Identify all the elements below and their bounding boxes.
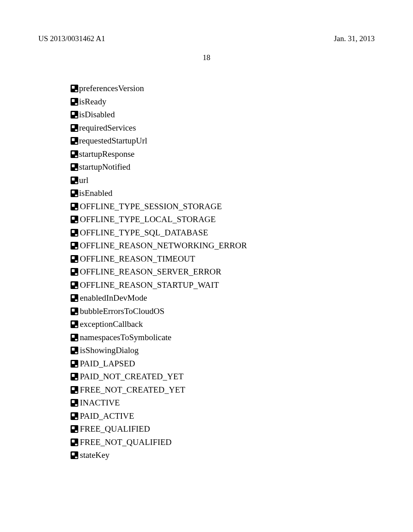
property-marker-icon [71,85,78,92]
list-item: OFFLINE_TYPE_SQL_DATABASE [71,227,375,239]
list-item: INACTIVE [71,397,375,409]
property-marker-icon [71,255,78,263]
list-item: isDisabled [71,108,375,121]
property-label: stateKey [80,449,109,462]
property-label: PAID_ACTIVE [80,410,134,423]
property-label: FREE_NOT_QUALIFIED [80,436,171,449]
list-item: stateKey [71,449,375,462]
property-marker-icon [71,242,78,249]
property-label: startupNotified [79,161,130,174]
list-item: FREE_NOT_CREATED_YET [71,384,375,397]
list-item: startupNotified [71,161,375,174]
property-label: isEnabled [79,187,113,200]
page-header: US 2013/0031462 A1 Jan. 31, 2013 [38,34,375,43]
document-date: Jan. 31, 2013 [334,34,375,43]
property-marker-icon [71,451,78,459]
property-marker-icon [71,373,78,380]
property-marker-icon [71,438,78,446]
property-label: startupResponse [79,148,135,161]
list-item: bubbleErrorsToCloudOS [71,305,375,318]
property-label: OFFLINE_REASON_NETWORKING_ERROR [80,239,247,252]
property-label: PAID_NOT_CREATED_YET [80,370,184,383]
property-label: isShowingDialog [80,344,139,357]
property-label: exceptionCallback [80,318,143,331]
property-marker-icon [71,177,78,184]
property-marker-icon [71,203,78,210]
property-label: preferencesVersion [79,82,144,95]
property-marker-icon [71,294,78,302]
property-marker-icon [71,334,78,341]
property-label: requiredServices [79,122,136,135]
property-label: FREE_NOT_CREATED_YET [80,384,185,397]
property-marker-icon [71,216,78,223]
property-marker-icon [71,412,78,420]
list-item: exceptionCallback [71,318,375,331]
property-marker-icon [71,124,78,132]
list-item: requestedStartupUrl [71,135,375,148]
list-item: OFFLINE_TYPE_LOCAL_STORAGE [71,213,375,226]
property-marker-icon [71,189,78,197]
property-marker-icon [71,137,78,145]
list-item: enabledInDevMode [71,292,375,305]
property-label: OFFLINE_REASON_SERVER_ERROR [80,266,221,278]
property-label: OFFLINE_REASON_STARTUP_WAIT [80,279,219,292]
property-marker-icon [71,399,78,407]
list-item: preferencesVersion [71,82,375,95]
property-label: isReady [79,96,106,108]
list-item: isShowingDialog [71,344,375,357]
property-marker-icon [71,111,78,118]
document-number: US 2013/0031462 A1 [38,34,105,43]
property-label: PAID_LAPSED [80,357,135,370]
property-label: FREE_QUALIFIED [80,423,150,436]
document-page: US 2013/0031462 A1 Jan. 31, 2013 18 pref… [0,0,413,462]
property-list: preferencesVersionisReadyisDisabledrequi… [71,82,375,462]
property-label: OFFLINE_TYPE_LOCAL_STORAGE [80,213,216,226]
list-item: isEnabled [71,187,375,200]
list-item: OFFLINE_REASON_TIMEOUT [71,253,375,266]
property-label: OFFLINE_TYPE_SQL_DATABASE [80,227,208,239]
property-label: INACTIVE [80,397,120,409]
list-item: requiredServices [71,122,375,135]
list-item: OFFLINE_TYPE_SESSION_STORAGE [71,200,375,213]
property-label: isDisabled [79,108,115,121]
list-item: PAID_ACTIVE [71,410,375,423]
property-marker-icon [71,347,78,354]
property-marker-icon [71,425,78,433]
list-item: PAID_LAPSED [71,357,375,370]
property-marker-icon [71,281,78,289]
property-marker-icon [71,320,78,328]
list-item: namespacesToSymbolicate [71,331,375,344]
property-marker-icon [71,360,78,368]
property-label: requestedStartupUrl [79,135,147,148]
property-label: url [79,174,88,187]
property-marker-icon [71,98,78,106]
list-item: OFFLINE_REASON_STARTUP_WAIT [71,279,375,292]
property-marker-icon [71,308,78,315]
property-marker-icon [71,386,78,394]
list-item: FREE_QUALIFIED [71,423,375,436]
list-item: FREE_NOT_QUALIFIED [71,436,375,449]
page-number: 18 [38,53,375,62]
property-label: namespacesToSymbolicate [80,331,171,344]
list-item: OFFLINE_REASON_SERVER_ERROR [71,266,375,278]
property-marker-icon [71,229,78,237]
property-marker-icon [71,268,78,276]
list-item: url [71,174,375,187]
list-item: PAID_NOT_CREATED_YET [71,370,375,383]
property-marker-icon [71,163,78,171]
list-item: isReady [71,96,375,108]
property-label: bubbleErrorsToCloudOS [80,305,165,318]
list-item: startupResponse [71,148,375,161]
property-marker-icon [71,150,78,158]
property-label: enabledInDevMode [80,292,147,305]
property-label: OFFLINE_TYPE_SESSION_STORAGE [80,200,222,213]
list-item: OFFLINE_REASON_NETWORKING_ERROR [71,239,375,252]
property-label: OFFLINE_REASON_TIMEOUT [80,253,195,266]
